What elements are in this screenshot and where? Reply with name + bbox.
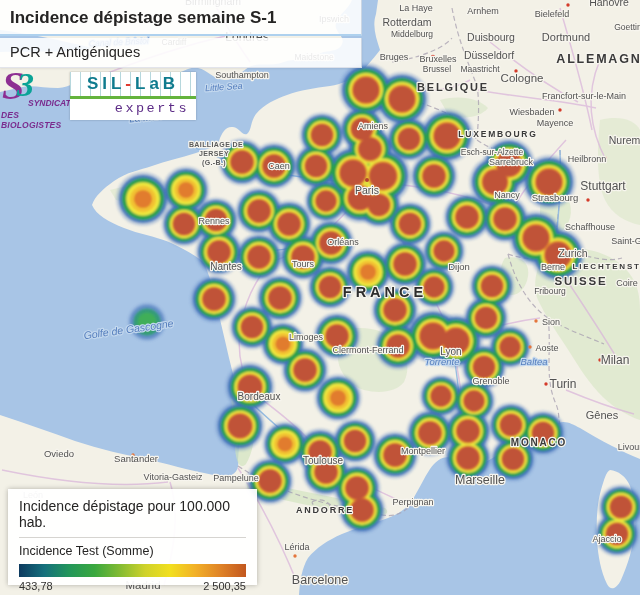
map-label-caen: Caen bbox=[268, 161, 290, 171]
city-dot bbox=[528, 345, 531, 348]
heat-blob-ring[interactable] bbox=[368, 194, 390, 216]
heat-blob-ring[interactable] bbox=[353, 77, 379, 103]
heat-blob-ring[interactable] bbox=[434, 123, 460, 149]
city-dot bbox=[566, 3, 569, 6]
map-label-brussel: Brussel bbox=[423, 64, 451, 74]
sil-lab-part2: LaB bbox=[135, 74, 179, 93]
map-label-turin: Turin bbox=[550, 377, 577, 391]
heat-blob-ring[interactable] bbox=[384, 299, 407, 322]
heat-blob-ring[interactable] bbox=[360, 264, 376, 280]
map-label-bruxelles: Bruxelles bbox=[419, 54, 457, 64]
heat-blob-ring[interactable] bbox=[389, 86, 415, 112]
heat-blob-ring[interactable] bbox=[398, 128, 420, 150]
map-label-saint-gall: Saint-Gall bbox=[611, 236, 640, 246]
heat-blob-ring[interactable] bbox=[340, 160, 366, 186]
map-label-milan: Milan bbox=[601, 353, 630, 367]
heat-blob-ring[interactable] bbox=[500, 337, 521, 358]
legend-gradient-bar bbox=[19, 564, 246, 577]
city-dot bbox=[544, 382, 547, 385]
heat-blob-ring[interactable] bbox=[423, 165, 446, 188]
heat-blob-ring[interactable] bbox=[456, 206, 479, 229]
heat-blob-ring[interactable] bbox=[316, 191, 337, 212]
heat-blob-ring[interactable] bbox=[419, 422, 442, 445]
legend-max: 2 500,35 ou plus bbox=[203, 580, 246, 595]
map-label-allemagne: ALLEMAGNE bbox=[556, 52, 640, 66]
legend-card: Incidence dépistage pour 100.000 hab. In… bbox=[8, 489, 257, 585]
map-label-sion: Sion bbox=[542, 317, 560, 327]
map-label-livourne: Livourne bbox=[618, 442, 640, 452]
heat-blob-ring[interactable] bbox=[457, 420, 480, 443]
map-label-strasbourg: Strasbourg bbox=[532, 192, 578, 203]
heat-blob-ring[interactable] bbox=[431, 386, 452, 407]
sil-lab-dash: - bbox=[125, 74, 135, 93]
heat-blob-ring[interactable] bbox=[178, 182, 194, 198]
heat-blob-ring[interactable] bbox=[319, 276, 341, 298]
heat-blob-ring[interactable] bbox=[134, 190, 152, 208]
map-label-stuttgart: Stuttgart bbox=[580, 179, 626, 193]
logo-zone: S 3 SYNDICAT DES BIOLOGISTES SIL-LaB exp… bbox=[0, 68, 200, 124]
map-label-pampelune: Pampelune bbox=[213, 473, 259, 483]
heat-blob-ring[interactable] bbox=[457, 447, 480, 470]
map-label-toulouse: Toulouse bbox=[303, 455, 343, 466]
heat-blob-ring[interactable] bbox=[294, 359, 317, 382]
heat-blob-ring[interactable] bbox=[305, 155, 327, 177]
heat-blob-ring[interactable] bbox=[269, 287, 292, 310]
city-dot bbox=[558, 108, 561, 111]
heat-blob-ring[interactable] bbox=[464, 391, 485, 412]
heat-blob-ring[interactable] bbox=[248, 200, 271, 223]
legend-scale: 433,78 ou moins 2 500,35 ou plus bbox=[19, 580, 246, 595]
map-label-g-nes: Gênes bbox=[586, 409, 619, 421]
heat-blob-ring[interactable] bbox=[399, 213, 421, 235]
city-dot bbox=[293, 554, 296, 557]
sil-lab-experts-text: experts bbox=[70, 99, 196, 119]
map-label-amiens: Amiens bbox=[358, 121, 389, 131]
heat-blob-ring[interactable] bbox=[494, 208, 517, 231]
heat-blob-ring[interactable] bbox=[475, 307, 497, 329]
heat-blob-ring[interactable] bbox=[248, 246, 271, 269]
map-label-zurich: Zurich bbox=[558, 247, 587, 259]
legend-divider bbox=[19, 537, 246, 538]
report-title: Incidence dépistage semaine S-1 bbox=[0, 0, 362, 36]
heat-blob-ring[interactable] bbox=[346, 477, 369, 500]
map-label-middelburg: Middelburg bbox=[391, 29, 433, 39]
heat-blob-ring[interactable] bbox=[434, 241, 455, 262]
map-label-clermont-ferrand: Clermont-Ferrand bbox=[332, 345, 403, 355]
map-label-nantes: Nantes bbox=[210, 261, 242, 272]
heat-blob-ring[interactable] bbox=[394, 253, 417, 276]
map-label-francfort-sur-le-main: Francfort-sur-le-Main bbox=[542, 91, 626, 101]
map-label-arnhem: Arnhem bbox=[467, 6, 499, 16]
heat-blob-ring[interactable] bbox=[277, 436, 292, 451]
heat-blob-ring[interactable] bbox=[523, 225, 549, 251]
map-label-ajaccio: Ajaccio bbox=[592, 534, 621, 544]
city-dot bbox=[365, 178, 369, 182]
heat-blob-ring[interactable] bbox=[278, 213, 301, 236]
heat-blob-ring[interactable] bbox=[203, 288, 226, 311]
heat-blob-ring[interactable] bbox=[473, 356, 495, 378]
map-label-d-sseldorf: Düsseldorf bbox=[464, 49, 514, 61]
heat-blob-ring[interactable] bbox=[208, 241, 231, 264]
map-label-coire: Coire bbox=[616, 278, 638, 288]
map-label-belgique: BELGIQUE bbox=[417, 81, 489, 93]
heat-blob-ring[interactable] bbox=[259, 470, 282, 493]
heat-blob-ring[interactable] bbox=[610, 496, 632, 518]
heat-blob-ring[interactable] bbox=[500, 414, 522, 436]
city-dot bbox=[534, 319, 537, 322]
heat-blob-ring[interactable] bbox=[330, 390, 346, 406]
heat-blob-ring[interactable] bbox=[241, 316, 263, 338]
heat-blob-ring[interactable] bbox=[231, 151, 254, 174]
heat-blob-ring[interactable] bbox=[173, 213, 195, 235]
map-label-sarrebruck: Sarrebruck bbox=[489, 157, 534, 167]
heat-blob-ring[interactable] bbox=[502, 448, 524, 470]
heat-blob-ring[interactable] bbox=[311, 124, 333, 146]
map-label-mayence: Mayence bbox=[537, 118, 574, 128]
sil-lab-part1: SIL bbox=[87, 74, 125, 93]
heat-blob-ring[interactable] bbox=[344, 430, 366, 452]
map-label-nancy: Nancy bbox=[494, 190, 520, 200]
heat-blob-ring[interactable] bbox=[326, 325, 349, 348]
heat-blob-ring[interactable] bbox=[481, 275, 503, 297]
map-label-rennes: Rennes bbox=[198, 216, 230, 226]
map-label-luxembourg: LUXEMBOURG bbox=[458, 129, 537, 139]
heat-blob-ring[interactable] bbox=[359, 138, 382, 161]
heat-blob-ring[interactable] bbox=[228, 414, 252, 438]
map-label-la-haye: La Haye bbox=[399, 3, 433, 13]
